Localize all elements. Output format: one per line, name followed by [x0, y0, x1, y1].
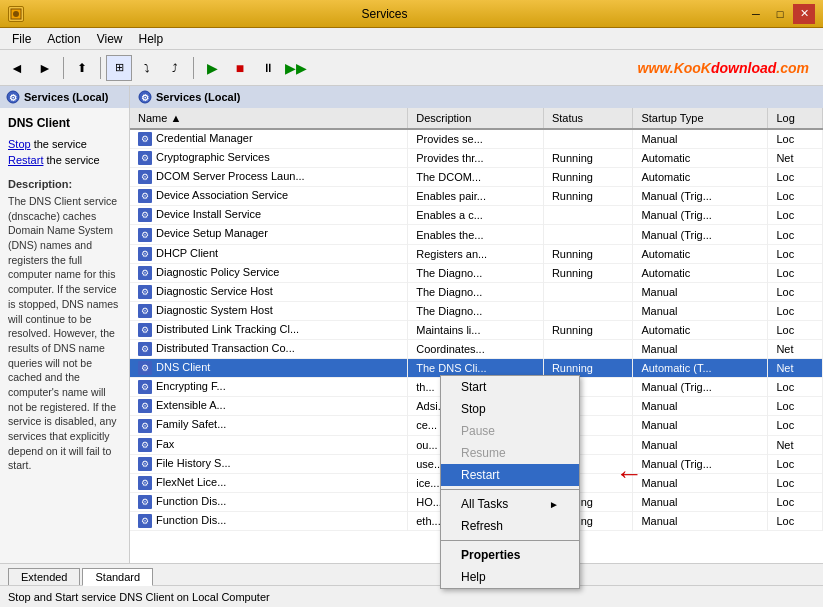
service-log-cell: Loc	[768, 206, 823, 225]
service-startup-cell: Manual (Trig...	[633, 378, 768, 397]
table-row[interactable]: ⚙Distributed Link Tracking Cl...Maintain…	[130, 320, 823, 339]
service-status-cell: Running	[543, 263, 632, 282]
tab-extended[interactable]: Extended	[8, 568, 80, 585]
service-name-cell: ⚙Encrypting F...	[130, 378, 408, 397]
col-status[interactable]: Status	[543, 108, 632, 129]
ctx-item-all-tasks[interactable]: All Tasks►	[441, 493, 579, 515]
menu-view[interactable]: View	[89, 30, 131, 48]
stop-service-link[interactable]: Stop	[8, 138, 31, 150]
service-name-cell: ⚙DNS Client	[130, 359, 408, 378]
service-name-cell: ⚙Distributed Transaction Co...	[130, 340, 408, 359]
back-button[interactable]: ◄	[4, 55, 30, 81]
panel-icon: ⚙	[138, 90, 152, 104]
pause-button[interactable]: ⏸	[255, 55, 281, 81]
export-button[interactable]: ⤵	[134, 55, 160, 81]
service-name-cell: ⚙Diagnostic System Host	[130, 301, 408, 320]
restart-suffix: the service	[43, 154, 99, 166]
menu-action[interactable]: Action	[39, 30, 88, 48]
service-desc-cell: Provides thr...	[408, 149, 544, 168]
ctx-item-refresh[interactable]: Refresh	[441, 515, 579, 537]
context-menu: StartStopPauseResumeRestartAll Tasks►Ref…	[440, 375, 580, 589]
table-row[interactable]: ⚙Diagnostic Service HostThe Diagno...Man…	[130, 282, 823, 301]
table-row[interactable]: ⚙DCOM Server Process Laun...The DCOM...R…	[130, 168, 823, 187]
table-row[interactable]: ⚙Device Association ServiceEnables pair.…	[130, 187, 823, 206]
ctx-item-help[interactable]: Help	[441, 566, 579, 588]
service-status-cell: Running	[543, 320, 632, 339]
service-name-cell: ⚙File History S...	[130, 454, 408, 473]
service-icon: ⚙	[138, 285, 152, 299]
play-button[interactable]: ▶	[199, 55, 225, 81]
service-log-cell: Loc	[768, 187, 823, 206]
table-row[interactable]: ⚙Device Install ServiceEnables a c...Man…	[130, 206, 823, 225]
table-row[interactable]: ⚙Diagnostic Policy ServiceThe Diagno...R…	[130, 263, 823, 282]
service-icon: ⚙	[138, 323, 152, 337]
col-startup[interactable]: Startup Type	[633, 108, 768, 129]
service-status-cell: Running	[543, 149, 632, 168]
service-startup-cell: Manual	[633, 416, 768, 435]
menu-file[interactable]: File	[4, 30, 39, 48]
show-hide-button[interactable]: ⊞	[106, 55, 132, 81]
table-row[interactable]: ⚙DHCP ClientRegisters an...RunningAutoma…	[130, 244, 823, 263]
stop-button[interactable]: ■	[227, 55, 253, 81]
table-row[interactable]: ⚙Credential ManagerProvides se...ManualL…	[130, 129, 823, 149]
service-log-cell: Net	[768, 149, 823, 168]
ctx-item-restart[interactable]: Restart	[441, 464, 579, 486]
col-log[interactable]: Log	[768, 108, 823, 129]
service-name-cell: ⚙Function Dis...	[130, 511, 408, 530]
table-row[interactable]: ⚙Distributed Transaction Co...Coordinate…	[130, 340, 823, 359]
service-log-cell: Loc	[768, 301, 823, 320]
service-icon: ⚙	[138, 247, 152, 261]
close-button[interactable]: ✕	[793, 4, 815, 24]
col-description[interactable]: Description	[408, 108, 544, 129]
col-name[interactable]: Name ▲	[130, 108, 408, 129]
service-startup-cell: Manual	[633, 282, 768, 301]
stop-suffix: the service	[31, 138, 87, 150]
menu-help[interactable]: Help	[131, 30, 172, 48]
service-name-cell: ⚙Family Safet...	[130, 416, 408, 435]
services-icon: ⚙	[6, 90, 20, 104]
service-status-cell: Running	[543, 244, 632, 263]
maximize-button[interactable]: □	[769, 4, 791, 24]
minimize-button[interactable]: ─	[745, 4, 767, 24]
service-status-cell	[543, 225, 632, 244]
service-name-cell: ⚙DCOM Server Process Laun...	[130, 168, 408, 187]
service-startup-cell: Manual	[633, 435, 768, 454]
tab-standard[interactable]: Standard	[82, 568, 153, 586]
toolbar: ◄ ► ⬆ ⊞ ⤵ ⤴ ▶ ■ ⏸ ▶▶ www.KooKdownload.co…	[0, 50, 823, 86]
service-log-cell: Loc	[768, 492, 823, 511]
service-icon: ⚙	[138, 495, 152, 509]
service-status-cell: Running	[543, 187, 632, 206]
service-icon: ⚙	[138, 419, 152, 433]
restart-service-link[interactable]: Restart	[8, 154, 43, 166]
service-icon: ⚙	[138, 228, 152, 242]
service-icon: ⚙	[138, 457, 152, 471]
tabs-bar: Extended Standard	[0, 563, 823, 585]
table-row[interactable]: ⚙Diagnostic System HostThe Diagno...Manu…	[130, 301, 823, 320]
service-name-cell: ⚙FlexNet Lice...	[130, 473, 408, 492]
service-name-cell: ⚙Credential Manager	[130, 129, 408, 149]
arrow-indicator: ←	[615, 458, 643, 490]
service-log-cell: Loc	[768, 454, 823, 473]
ctx-item-stop[interactable]: Stop	[441, 398, 579, 420]
service-startup-cell: Manual (Trig...	[633, 225, 768, 244]
ctx-item-properties[interactable]: Properties	[441, 544, 579, 566]
service-icon: ⚙	[138, 476, 152, 490]
ctx-item-start[interactable]: Start	[441, 376, 579, 398]
service-name-cell: ⚙Device Setup Manager	[130, 225, 408, 244]
window-title: Services	[24, 7, 745, 21]
service-log-cell: Loc	[768, 244, 823, 263]
service-startup-cell: Manual (Trig...	[633, 187, 768, 206]
service-desc-cell: The Diagno...	[408, 301, 544, 320]
restart-button[interactable]: ▶▶	[283, 55, 309, 81]
service-icon: ⚙	[138, 514, 152, 528]
service-icon: ⚙	[138, 380, 152, 394]
table-row[interactable]: ⚙Cryptographic ServicesProvides thr...Ru…	[130, 149, 823, 168]
table-row[interactable]: ⚙Device Setup ManagerEnables the...Manua…	[130, 225, 823, 244]
service-name-cell: ⚙Device Association Service	[130, 187, 408, 206]
forward-button[interactable]: ►	[32, 55, 58, 81]
import-button[interactable]: ⤴	[162, 55, 188, 81]
service-icon: ⚙	[138, 266, 152, 280]
service-log-cell: Net	[768, 359, 823, 378]
up-button[interactable]: ⬆	[69, 55, 95, 81]
service-icon: ⚙	[138, 361, 152, 375]
